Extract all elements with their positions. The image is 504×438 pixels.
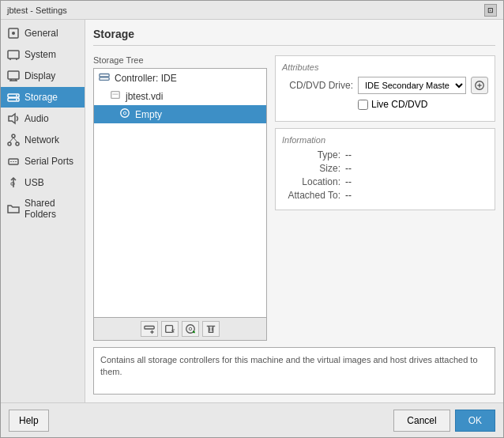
sidebar-label-storage: Storage bbox=[24, 92, 58, 103]
content-area: Storage Storage Tree Controller: IDE bbox=[85, 20, 503, 402]
tree-container: Controller: IDE jbtest.vdi E bbox=[93, 68, 267, 318]
svg-line-18 bbox=[13, 138, 17, 142]
sidebar-item-usb[interactable]: USB bbox=[1, 172, 85, 193]
sidebar-item-general[interactable]: General bbox=[1, 23, 85, 43]
svg-point-1 bbox=[12, 32, 15, 35]
info-location-row: Location: -- bbox=[282, 176, 488, 187]
add-controller-button[interactable] bbox=[141, 321, 158, 337]
info-size-row: Size: -- bbox=[282, 163, 488, 174]
svg-rect-2 bbox=[8, 51, 19, 59]
sidebar-label-general: General bbox=[24, 28, 58, 39]
empty-label: Empty bbox=[135, 109, 162, 120]
information-section: Information Type: -- Size: -- Location: … bbox=[275, 128, 495, 210]
panels-row: Storage Tree Controller: IDE j bbox=[93, 55, 495, 341]
vdi-label: jbtest.vdi bbox=[126, 91, 163, 102]
attributes-section-title: Attributes bbox=[282, 62, 488, 72]
add-optical-button[interactable] bbox=[182, 321, 199, 337]
description-box: Contains all storage controllers for thi… bbox=[93, 347, 495, 395]
page-title: Storage bbox=[93, 28, 495, 46]
remove-button[interactable] bbox=[202, 321, 220, 337]
storage-icon bbox=[7, 91, 20, 104]
vdi-icon bbox=[110, 89, 121, 103]
live-cd-label: Live CD/DVD bbox=[371, 99, 427, 110]
bottom-bar: Help Cancel OK bbox=[1, 402, 503, 437]
cd-dvd-action-button[interactable] bbox=[471, 77, 488, 94]
sidebar-label-system: System bbox=[24, 49, 56, 60]
svg-point-29 bbox=[121, 109, 130, 118]
tree-controller-ide[interactable]: Controller: IDE bbox=[94, 69, 266, 87]
sidebar-item-storage[interactable]: Storage bbox=[1, 87, 85, 108]
info-attached-label: Attached To: bbox=[282, 190, 345, 201]
add-attachment-button[interactable] bbox=[161, 321, 179, 337]
cd-dvd-label: CD/DVD Drive: bbox=[282, 80, 353, 91]
sidebar-label-audio: Audio bbox=[24, 113, 49, 124]
title-bar-title: jbtest - Settings bbox=[7, 6, 67, 15]
sidebar-label-serial-ports: Serial Ports bbox=[24, 156, 73, 167]
cd-dvd-select[interactable]: IDE Secondary Maste bbox=[358, 77, 466, 94]
live-cd-checkbox-row: Live CD/DVD bbox=[358, 99, 427, 110]
svg-point-15 bbox=[8, 142, 11, 145]
ok-button[interactable]: OK bbox=[455, 410, 495, 432]
information-section-title: Information bbox=[282, 135, 488, 145]
storage-tree-panel: Storage Tree Controller: IDE j bbox=[93, 55, 267, 341]
svg-rect-25 bbox=[100, 74, 109, 77]
sidebar-label-shared-folders: Shared Folders bbox=[24, 198, 78, 220]
svg-rect-5 bbox=[8, 71, 19, 79]
svg-point-11 bbox=[16, 95, 17, 96]
svg-point-14 bbox=[12, 134, 15, 138]
info-location-value: -- bbox=[345, 176, 352, 187]
sidebar-item-network[interactable]: Network bbox=[1, 130, 85, 150]
sidebar-item-shared-folders[interactable]: Shared Folders bbox=[1, 194, 85, 224]
title-bar-buttons: ⊡ bbox=[484, 4, 497, 17]
main-content: General System Display Storage Audio bbox=[1, 20, 503, 402]
help-button[interactable]: Help bbox=[9, 410, 49, 432]
svg-rect-27 bbox=[111, 92, 120, 99]
storage-tree-label: Storage Tree bbox=[93, 55, 267, 65]
info-location-label: Location: bbox=[282, 176, 345, 187]
info-size-label: Size: bbox=[282, 163, 345, 174]
info-type-row: Type: -- bbox=[282, 149, 488, 160]
cd-dvd-row: CD/DVD Drive: IDE Secondary Maste bbox=[282, 77, 488, 94]
system-icon bbox=[7, 48, 20, 61]
title-bar: jbtest - Settings ⊡ bbox=[1, 1, 503, 20]
controller-icon bbox=[99, 71, 110, 85]
sidebar-label-display: Display bbox=[24, 70, 55, 81]
info-type-label: Type: bbox=[282, 149, 345, 160]
audio-icon bbox=[7, 112, 20, 125]
info-type-value: -- bbox=[345, 149, 352, 160]
svg-rect-34 bbox=[166, 326, 173, 333]
attributes-panel: Attributes CD/DVD Drive: IDE Secondary M… bbox=[275, 55, 495, 341]
cancel-button[interactable]: Cancel bbox=[393, 410, 449, 432]
sidebar-label-network: Network bbox=[24, 134, 59, 145]
info-size-value: -- bbox=[345, 163, 352, 174]
svg-line-17 bbox=[9, 138, 13, 142]
tree-item-empty[interactable]: Empty bbox=[94, 105, 266, 123]
sidebar-label-usb: USB bbox=[24, 177, 44, 188]
sidebar-item-display[interactable]: Display bbox=[1, 66, 85, 86]
empty-disc-icon bbox=[119, 108, 130, 121]
sidebar-item-audio[interactable]: Audio bbox=[1, 108, 85, 129]
bottom-left: Help bbox=[9, 410, 49, 432]
info-attached-row: Attached To: -- bbox=[282, 190, 488, 201]
shared-folders-icon bbox=[7, 202, 20, 215]
general-icon bbox=[7, 27, 20, 40]
bottom-right: Cancel OK bbox=[393, 410, 495, 432]
attributes-section: Attributes CD/DVD Drive: IDE Secondary M… bbox=[275, 55, 495, 122]
controller-ide-label: Controller: IDE bbox=[115, 73, 177, 84]
sidebar-item-serial-ports[interactable]: Serial Ports bbox=[1, 151, 85, 172]
svg-rect-31 bbox=[145, 327, 154, 330]
serial-ports-icon bbox=[7, 155, 20, 168]
live-cd-checkbox[interactable] bbox=[358, 100, 368, 110]
usb-icon bbox=[7, 176, 20, 189]
tree-toolbar bbox=[93, 318, 267, 341]
svg-point-12 bbox=[16, 99, 17, 100]
svg-marker-13 bbox=[9, 114, 15, 123]
sidebar: General System Display Storage Audio bbox=[1, 20, 85, 402]
info-attached-value: -- bbox=[345, 190, 352, 201]
sidebar-item-system[interactable]: System bbox=[1, 44, 85, 65]
display-icon bbox=[7, 70, 20, 82]
live-cd-row: Live CD/DVD bbox=[282, 99, 488, 110]
restore-button[interactable]: ⊡ bbox=[484, 4, 497, 17]
tree-item-vdi[interactable]: jbtest.vdi bbox=[94, 87, 266, 105]
svg-point-38 bbox=[189, 327, 192, 330]
